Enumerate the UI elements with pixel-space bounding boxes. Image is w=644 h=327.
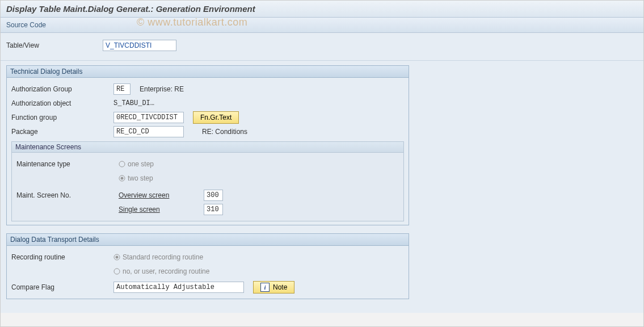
maint-screen-no-label: Maint. Screen No. bbox=[16, 191, 119, 199]
func-group-label: Function group bbox=[11, 114, 113, 121]
package-desc: RE: Conditions bbox=[202, 128, 247, 136]
tech-dialog-group: Technical Dialog Details Authorization G… bbox=[6, 65, 409, 225]
auth-group-row: Authorization Group Enterprise: RE bbox=[11, 83, 404, 95]
auth-object-row: Authorization object S_TABU_DI… bbox=[11, 97, 404, 110]
maint-screens-body: Maintenance type one step two step bbox=[12, 153, 403, 221]
func-group-row: Function group Fn.Gr.Text bbox=[11, 111, 404, 124]
maint-screens-title: Maintenance Screens bbox=[12, 142, 403, 153]
maint-type-row: Maintenance type one step bbox=[16, 158, 399, 170]
radio-checked-icon bbox=[113, 254, 120, 261]
no-user-radio: no, or user, recording routine bbox=[113, 267, 209, 275]
standard-radio: Standard recording routine bbox=[113, 253, 203, 261]
note-button[interactable]: i Note bbox=[253, 281, 294, 294]
compare-row: Compare Flag i Note bbox=[11, 281, 404, 294]
recording-label: Recording routine bbox=[11, 253, 113, 261]
package-row: Package RE: Conditions bbox=[11, 125, 404, 138]
maint-screens-group: Maintenance Screens Maintenance type one… bbox=[11, 141, 404, 221]
svg-point-5 bbox=[114, 269, 120, 274]
two-step-label: two step bbox=[128, 174, 153, 182]
svg-point-4 bbox=[116, 256, 119, 259]
auth-group-desc: Enterprise: RE bbox=[140, 85, 184, 93]
app-window: Display Table Maint.Dialog Generat.: Gen… bbox=[0, 0, 644, 327]
compare-label: Compare Flag bbox=[11, 283, 113, 291]
tech-dialog-title: Technical Dialog Details bbox=[7, 66, 409, 78]
one-step-radio: one step bbox=[119, 160, 154, 168]
compare-input[interactable] bbox=[113, 282, 244, 293]
transport-title: Dialog Data Transport Details bbox=[7, 234, 409, 246]
radio-checked-icon bbox=[119, 175, 125, 182]
no-user-label: no, or user, recording routine bbox=[123, 267, 209, 275]
auth-object-label: Authorization object bbox=[11, 99, 113, 107]
auth-group-label: Authorization Group bbox=[11, 85, 113, 93]
one-step-label: one step bbox=[128, 160, 154, 168]
func-group-input[interactable] bbox=[113, 112, 184, 123]
two-step-row: two step bbox=[16, 172, 399, 185]
overview-screen-input[interactable] bbox=[204, 190, 223, 201]
menu-bar: Source Code bbox=[1, 18, 643, 33]
radio-unchecked-icon bbox=[119, 161, 125, 167]
single-screen-link[interactable]: Single screen bbox=[119, 206, 204, 213]
svg-point-2 bbox=[121, 177, 124, 180]
table-view-label: Table/View bbox=[6, 41, 103, 49]
two-step-radio: two step bbox=[119, 174, 153, 182]
single-screen-input[interactable] bbox=[204, 204, 223, 215]
maint-type-label: Maintenance type bbox=[16, 160, 119, 168]
top-field-row: Table/View bbox=[1, 33, 643, 61]
radio-unchecked-icon bbox=[113, 268, 120, 275]
table-view-input[interactable] bbox=[103, 40, 176, 51]
page-title: Display Table Maint.Dialog Generat.: Gen… bbox=[1, 1, 643, 18]
svg-point-0 bbox=[119, 161, 125, 167]
package-label: Package bbox=[11, 128, 113, 136]
transport-body: Recording routine Standard recording rou… bbox=[7, 246, 409, 299]
tech-dialog-body: Authorization Group Enterprise: RE Autho… bbox=[7, 78, 409, 225]
standard-label: Standard recording routine bbox=[123, 253, 203, 261]
recording-row: Recording routine Standard recording rou… bbox=[11, 251, 404, 263]
transport-group: Dialog Data Transport Details Recording … bbox=[6, 233, 409, 299]
fn-gr-text-button[interactable]: Fn.Gr.Text bbox=[193, 111, 239, 124]
info-icon: i bbox=[260, 283, 270, 292]
auth-group-input[interactable] bbox=[113, 83, 131, 95]
no-user-row: no, or user, recording routine bbox=[11, 265, 404, 278]
menu-source-code[interactable]: Source Code bbox=[6, 21, 46, 29]
package-input[interactable] bbox=[113, 126, 184, 137]
single-row: Single screen bbox=[16, 203, 399, 216]
overview-screen-link[interactable]: Overview screen bbox=[119, 191, 204, 199]
note-button-label: Note bbox=[273, 283, 287, 291]
content-area: Technical Dialog Details Authorization G… bbox=[1, 61, 643, 313]
auth-object-value: S_TABU_DI… bbox=[113, 99, 154, 107]
overview-row: Maint. Screen No. Overview screen bbox=[16, 189, 399, 202]
